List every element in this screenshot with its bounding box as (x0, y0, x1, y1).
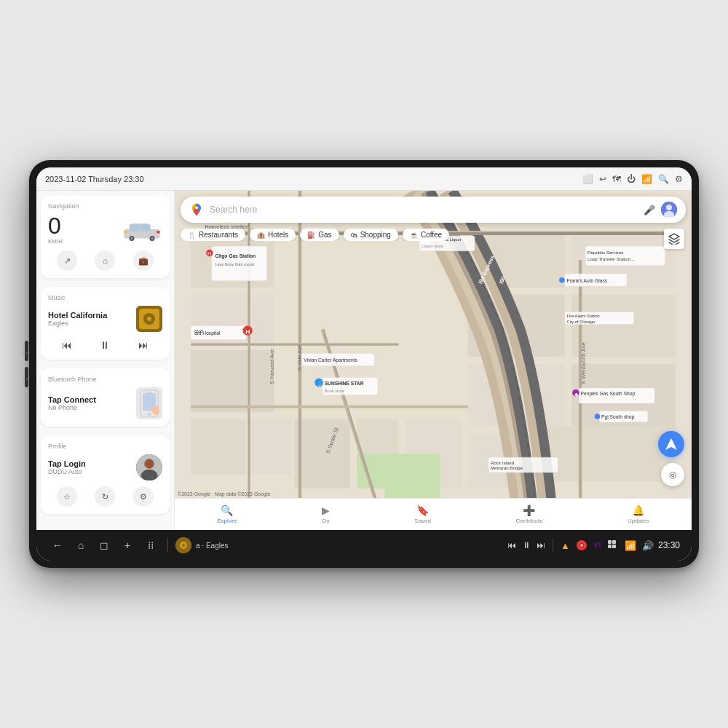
next-btn[interactable]: ⏭ (134, 338, 153, 352)
device-screen: 2023-11-02 Thursday 23:30 ⬜ ↩ 🗺 ⏻ 📶 🔍 ⚙ … (36, 167, 692, 561)
voice-search-icon[interactable]: 🎤 (644, 205, 655, 215)
user-avatar-map[interactable] (661, 202, 677, 218)
map-layers-btn[interactable] (664, 229, 684, 249)
shopping-chip[interactable]: 🛍 Shopping (344, 229, 398, 241)
back-nav-btn[interactable]: ← (48, 536, 67, 555)
gas-chip[interactable]: ⛽ Gas (300, 229, 339, 241)
main-content: Navigation 0 KM/H (36, 191, 692, 530)
phone-illustration (136, 387, 162, 419)
shopping-label: Shopping (360, 231, 391, 239)
rst-button[interactable]: ○ RST (25, 367, 28, 387)
power-icon[interactable]: ⏻ (627, 174, 636, 184)
svg-point-101 (195, 206, 198, 209)
display-icon[interactable]: ⬜ (582, 174, 593, 184)
mic-button[interactable]: ○ MIC (25, 341, 28, 361)
home-nav-btn[interactable]: ⌂ (71, 536, 90, 555)
svg-point-88 (595, 414, 601, 419)
search-input-placeholder[interactable]: Search here (210, 205, 638, 215)
nav-card-content: 0 KM/H (48, 214, 162, 245)
svg-rect-40 (537, 426, 676, 481)
svg-rect-111 (608, 540, 612, 544)
saved-label: Saved (414, 518, 431, 524)
nav-work-btn[interactable]: 💼 (133, 250, 154, 271)
map-tab-saved[interactable]: 🔖 Saved (407, 502, 438, 527)
gear-icon[interactable]: ⚙ (675, 174, 683, 184)
apps-icon[interactable] (607, 539, 619, 551)
profile-star-btn[interactable]: ☆ (57, 486, 77, 507)
music-controls: ⏮ ⏸ ⏭ (48, 338, 162, 352)
search-icon[interactable]: 🔍 (658, 174, 669, 184)
map-filter-chips: 🍴 Restaurants 🏨 Hotels ⛽ Gas 🛍 (175, 229, 692, 241)
bottom-pause-btn[interactable]: ⏸ (522, 540, 531, 550)
profile-settings-btn[interactable]: ⚙ (133, 486, 154, 507)
coffee-icon: ☕ (410, 232, 418, 239)
bottom-bar: ← ⌂ ◻ + ⁞⁞ a · Eagles ⏮ (36, 530, 692, 561)
svg-rect-2 (131, 225, 139, 230)
svg-text:H: H (245, 328, 250, 336)
svg-text:Book store: Book store (325, 389, 344, 393)
music-title: Hotel California (48, 311, 130, 320)
svg-rect-114 (612, 545, 616, 548)
profile-avatar (136, 454, 162, 480)
bottom-music-avatar (175, 537, 191, 553)
bt-card-label: Bluetooth Phone (48, 376, 162, 383)
svg-text:Peoples Gas South Shop: Peoples Gas South Shop (581, 391, 636, 397)
profile-refresh-btn[interactable]: ↻ (95, 486, 115, 507)
bt-card-content: Tap Connect No Phone (48, 387, 162, 419)
map-navigate-btn[interactable] (658, 431, 684, 457)
svg-text:Less busy than usual: Less busy than usual (215, 262, 253, 266)
wifi-status-icon[interactable]: 📶 (625, 540, 636, 551)
back-icon[interactable]: ↩ (599, 174, 606, 184)
map-tab-explore[interactable]: 🔍 Explore (210, 502, 244, 527)
svg-rect-30 (250, 419, 291, 475)
explore-label: Explore (217, 518, 237, 524)
map-tab-contribute[interactable]: ➕ Contribute (509, 502, 550, 527)
nav-directions-btn[interactable]: ↗ (57, 250, 77, 271)
map-search-bar[interactable]: Search here 🎤 (181, 197, 686, 223)
music-app-icon[interactable] (576, 539, 587, 551)
svg-point-103 (666, 205, 672, 210)
bottom-track-info: a · Eagles (196, 542, 228, 550)
music-card-content: Hotel California Eagles (48, 306, 162, 332)
gas-label: Gas (318, 231, 331, 239)
left-panel: Navigation 0 KM/H (36, 191, 175, 530)
coffee-chip[interactable]: ☕ Coffee (403, 229, 449, 241)
music-card-label: Music (48, 294, 162, 301)
svg-text:Pgl South shop: Pgl South shop (601, 414, 634, 420)
volume-status-icon[interactable]: 🔊 (642, 540, 654, 551)
svg-rect-112 (612, 540, 616, 544)
add-nav-btn[interactable]: + (118, 536, 137, 555)
map-tab-go[interactable]: ▶ Go (314, 502, 337, 527)
svg-rect-17 (146, 392, 152, 393)
bottom-music-info: a · Eagles (175, 537, 503, 553)
svg-point-5 (130, 237, 133, 240)
svg-point-107 (182, 544, 185, 547)
location-status-icon[interactable]: ▲ (561, 540, 570, 551)
nav-home-btn[interactable]: ⌂ (95, 250, 115, 271)
svg-text:Rock Island: Rock Island (491, 460, 515, 465)
profile-sub: DUDU Auto (48, 468, 130, 475)
profile-name: Tap Login (48, 459, 130, 468)
map-tab-updates[interactable]: 🔔 Updates (620, 502, 657, 527)
apps-nav-btn[interactable]: ⁞⁞ (141, 536, 160, 555)
bottom-prev-btn[interactable]: ⏮ (507, 540, 516, 550)
hotels-chip[interactable]: 🏨 Hotels (250, 229, 296, 241)
map-compass[interactable]: ◎ (661, 463, 684, 486)
svg-text:Republic Services: Republic Services (587, 250, 623, 255)
recent-nav-btn[interactable]: ◻ (95, 536, 114, 555)
bottom-next-btn[interactable]: ⏭ (537, 540, 545, 550)
svg-text:Citgo Gas Station: Citgo Gas Station (215, 253, 256, 259)
bluetooth-card[interactable]: Bluetooth Phone Tap Connect No Phone (41, 368, 170, 427)
device: ○ MIC ○ RST 2023-11-02 Thursday 23:30 ⬜ … (29, 160, 699, 568)
contribute-label: Contribute (516, 518, 543, 524)
yahoo-icon[interactable]: Y! (593, 541, 601, 550)
map-icon[interactable]: 🗺 (612, 174, 621, 184)
prev-btn[interactable]: ⏮ (58, 338, 76, 352)
profile-info: Tap Login DUDU Auto (48, 459, 130, 475)
wifi-icon[interactable]: 📶 (641, 174, 652, 184)
bottom-status-icons: ▲ Y! 📶 🔊 (561, 539, 654, 551)
pause-btn[interactable]: ⏸ (95, 338, 114, 352)
bt-title: Tap Connect (48, 395, 130, 404)
restaurants-chip[interactable]: 🍴 Restaurants (181, 229, 245, 241)
bottom-time: 23:30 (658, 540, 680, 550)
